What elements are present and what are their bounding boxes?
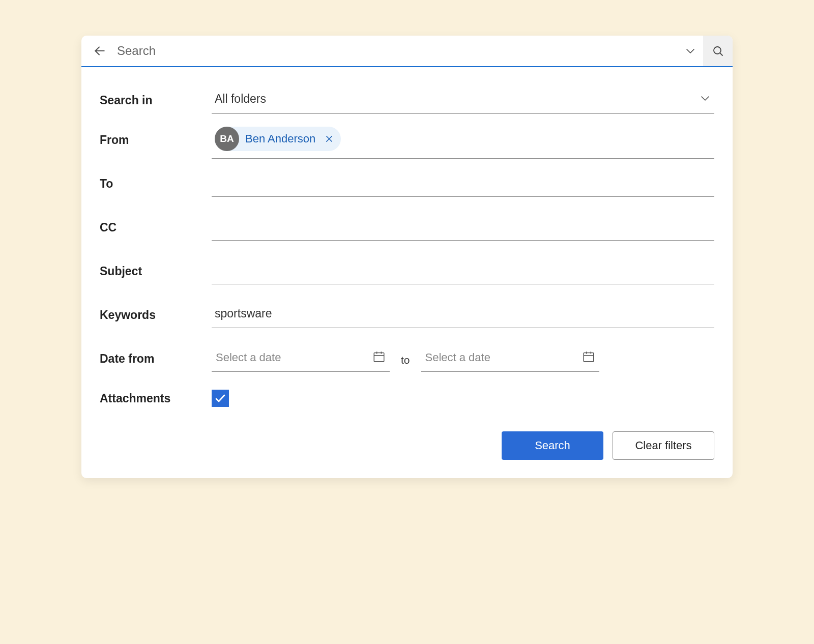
row-date: Date from Select a date to Select a date bbox=[100, 337, 714, 380]
search-button[interactable] bbox=[703, 36, 733, 66]
field-cc bbox=[212, 214, 714, 241]
date-range-wrap: Select a date to Select a date bbox=[212, 346, 714, 372]
row-subject: Subject bbox=[100, 249, 714, 293]
row-cc: CC bbox=[100, 206, 714, 249]
label-attachments: Attachments bbox=[100, 392, 212, 405]
label-cc: CC bbox=[100, 221, 212, 235]
collapse-filters-button[interactable] bbox=[678, 36, 703, 66]
advanced-search-panel: Search in All folders From BA Ben Anders… bbox=[81, 36, 733, 478]
label-keywords: Keywords bbox=[100, 308, 212, 322]
date-separator: to bbox=[401, 351, 410, 366]
field-search-in: All folders bbox=[212, 87, 714, 114]
calendar-icon bbox=[582, 350, 595, 365]
row-attachments: Attachments bbox=[100, 380, 714, 416]
svg-line-2 bbox=[720, 53, 722, 55]
to-input[interactable] bbox=[215, 175, 711, 189]
from-person-chip: BA Ben Anderson bbox=[215, 127, 341, 151]
label-date-from: Date from bbox=[100, 352, 212, 366]
checkmark-icon bbox=[214, 392, 226, 404]
close-icon bbox=[325, 134, 334, 143]
footer-buttons: Search Clear filters bbox=[100, 431, 714, 460]
chevron-down-icon bbox=[684, 45, 696, 57]
back-arrow-icon bbox=[93, 44, 106, 57]
date-start-picker[interactable]: Select a date bbox=[212, 346, 390, 372]
cc-input[interactable] bbox=[215, 219, 711, 233]
svg-rect-15 bbox=[584, 353, 594, 361]
keywords-input-area[interactable] bbox=[212, 302, 714, 328]
label-from: From bbox=[100, 133, 212, 147]
field-keywords bbox=[212, 302, 714, 328]
from-input-area[interactable]: BA Ben Anderson bbox=[212, 122, 714, 159]
label-search-in: Search in bbox=[100, 94, 212, 107]
row-from: From BA Ben Anderson bbox=[100, 118, 714, 162]
label-subject: Subject bbox=[100, 265, 212, 278]
date-start-placeholder: Select a date bbox=[216, 351, 281, 364]
date-end-placeholder: Select a date bbox=[425, 351, 490, 364]
row-search-in: Search in All folders bbox=[100, 82, 714, 118]
label-to: To bbox=[100, 177, 212, 191]
topbar-right bbox=[678, 36, 733, 66]
search-topbar bbox=[81, 36, 733, 67]
attachments-checkbox[interactable] bbox=[212, 390, 229, 407]
search-submit-button[interactable]: Search bbox=[502, 431, 603, 460]
svg-rect-5 bbox=[374, 353, 384, 361]
cc-input-area[interactable] bbox=[212, 214, 714, 241]
search-icon bbox=[712, 45, 724, 57]
to-input-area[interactable] bbox=[212, 170, 714, 197]
row-keywords: Keywords bbox=[100, 293, 714, 337]
chevron-down-icon bbox=[699, 92, 711, 106]
back-button[interactable] bbox=[90, 41, 110, 61]
keywords-input[interactable] bbox=[215, 307, 711, 320]
search-input[interactable] bbox=[110, 44, 678, 58]
row-to: To bbox=[100, 162, 714, 206]
search-in-value: All folders bbox=[215, 92, 266, 106]
field-from: BA Ben Anderson bbox=[212, 122, 714, 159]
clear-filters-button[interactable]: Clear filters bbox=[613, 431, 714, 460]
avatar: BA bbox=[215, 127, 239, 151]
date-end-picker[interactable]: Select a date bbox=[421, 346, 599, 372]
search-in-select[interactable]: All folders bbox=[212, 87, 714, 114]
subject-input[interactable] bbox=[215, 263, 711, 277]
field-date: Select a date to Select a date bbox=[212, 346, 714, 372]
chip-name: Ben Anderson bbox=[245, 132, 315, 145]
field-to bbox=[212, 170, 714, 197]
field-subject bbox=[212, 258, 714, 284]
filters-body: Search in All folders From BA Ben Anders… bbox=[81, 67, 733, 478]
remove-chip-button[interactable] bbox=[325, 134, 334, 143]
subject-input-area[interactable] bbox=[212, 258, 714, 284]
calendar-icon bbox=[372, 350, 386, 365]
field-attachments bbox=[212, 390, 714, 407]
